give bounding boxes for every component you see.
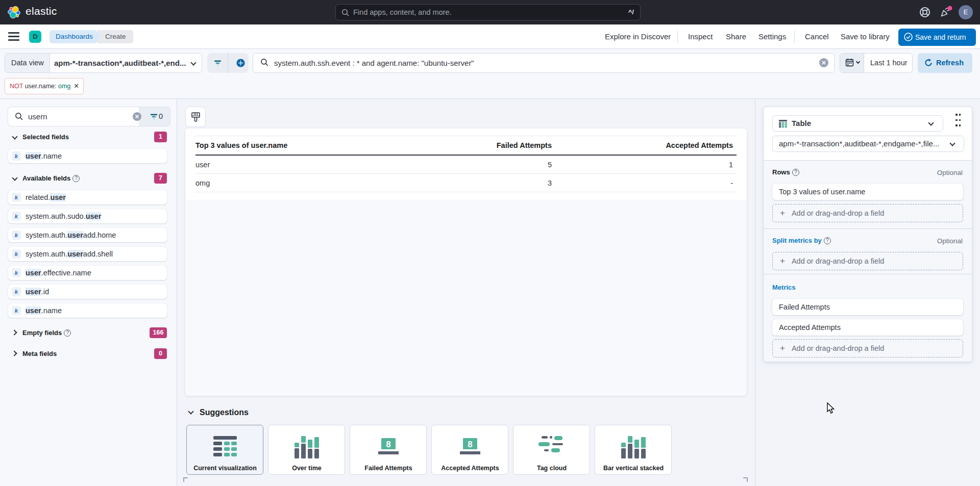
- svg-text:8: 8: [468, 440, 472, 449]
- svg-text:8: 8: [386, 440, 390, 449]
